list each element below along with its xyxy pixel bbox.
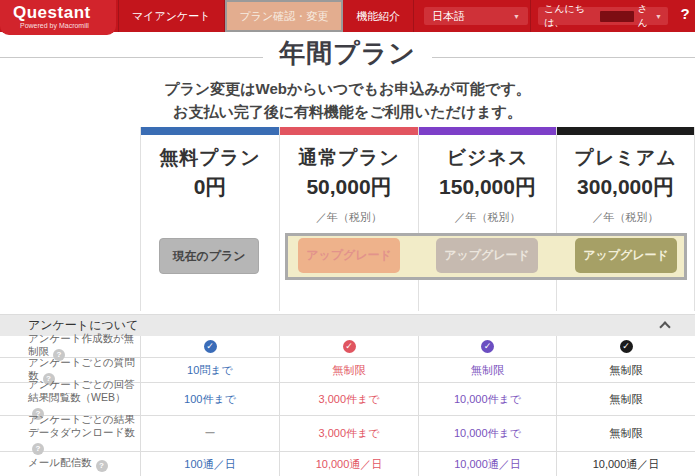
feature-table: アンケート作成数が無制限? ✓ ✓ ✓ ✓ アンケートごとの質問数? 10問まで… xyxy=(0,336,695,476)
cell-standard: 無制限 xyxy=(279,358,418,382)
nav-item-plan-change[interactable]: プラン確認・変更 xyxy=(225,0,344,32)
cell-business: 10,000通／日 xyxy=(418,452,556,476)
table-row: メール配信数? 100通／日 10,000通／日 10,000通／日 10,00… xyxy=(0,452,695,476)
cell-standard: 10,000通／日 xyxy=(279,452,418,476)
section-title: アンケートについて xyxy=(28,318,138,332)
cell-standard: 3,000件まで xyxy=(279,416,418,451)
upgrade-button-standard[interactable]: アップグレード xyxy=(298,238,400,273)
plan-page: マイアンケート プラン確認・変更 機能紹介 アドホック申込み 日本語 ▼ こんに… xyxy=(0,0,695,476)
cell-premium: 10,000通／日 xyxy=(556,452,695,476)
current-plan-button[interactable]: 現在のプラン xyxy=(159,238,259,274)
plan-name: ビジネス xyxy=(419,145,556,171)
upgrade-button-premium[interactable]: アップグレード xyxy=(575,238,677,273)
language-label: 日本語 xyxy=(432,9,465,24)
check-icon: ✓ xyxy=(343,340,356,353)
plan-price-unit: ／年（税別） xyxy=(557,210,694,225)
logo[interactable]: Questant Powered by Macromill xyxy=(0,0,116,35)
cell-standard: 3,000件まで xyxy=(279,383,418,415)
cell-standard: ✓ xyxy=(279,336,418,357)
cell-business: 10,000件まで xyxy=(418,416,556,451)
nav-item-my-survey[interactable]: マイアンケート xyxy=(118,0,225,32)
question-help-icon[interactable]: ? xyxy=(32,443,44,455)
help-icon[interactable]: ? xyxy=(676,5,694,25)
nav-item-features[interactable]: 機能紹介 xyxy=(343,0,414,32)
cell-free: ✓ xyxy=(140,336,279,357)
plan-price: 150,000円 xyxy=(419,173,556,201)
brand-tagline: Powered by Macromill xyxy=(20,22,89,29)
page-title: 年間プラン xyxy=(0,36,695,71)
cell-premium: ✓ xyxy=(556,336,695,357)
plan-name: 無料プラン xyxy=(141,145,279,171)
plan-color-bar xyxy=(280,127,418,135)
plan-price: 0円 xyxy=(141,173,279,201)
cell-premium: 無制限 xyxy=(556,383,695,415)
question-help-icon[interactable]: ? xyxy=(96,460,108,472)
table-row: アンケートごとの結果データダウンロード数? ー 3,000件まで 10,000件… xyxy=(0,416,695,452)
greeting-prefix: こんにちは、 xyxy=(544,2,597,30)
language-selector[interactable]: 日本語 ▼ xyxy=(424,7,528,25)
cell-premium: 無制限 xyxy=(556,358,695,382)
plan-name: プレミアム xyxy=(557,145,694,171)
chevron-up-icon[interactable] xyxy=(659,321,670,332)
plan-card-free: 無料プラン 0円 xyxy=(140,127,279,311)
plan-card-standard: 通常プラン 50,000円 ／年（税別） 詳しくはこちら xyxy=(279,127,418,311)
subtitle-line2: お支払い完了後に有料機能をご利用いただけます。 xyxy=(0,103,695,122)
check-icon: ✓ xyxy=(481,340,494,353)
username-redacted xyxy=(600,11,635,22)
table-row: アンケートごとの回答結果閲覧数（WEB）? 100件まで 3,000件まで 10… xyxy=(0,383,695,416)
plan-price-unit: ／年（税別） xyxy=(280,210,418,225)
chevron-down-icon: ▼ xyxy=(513,13,520,20)
plan-name: 通常プラン xyxy=(280,145,418,171)
cell-free: 100件まで xyxy=(140,383,279,415)
plan-color-bar xyxy=(141,127,279,135)
cell-free: 10問まで xyxy=(140,358,279,382)
plan-price: 300,000円 xyxy=(557,173,694,201)
plan-price: 50,000円 xyxy=(280,173,418,201)
chevron-down-icon: ▼ xyxy=(655,13,662,20)
user-menu[interactable]: こんにちは、 さん ▼ xyxy=(538,7,668,25)
cell-free: ー xyxy=(140,416,279,451)
row-label: メール配信数? xyxy=(0,456,140,472)
plan-color-bar xyxy=(419,127,556,135)
cell-business: ✓ xyxy=(418,336,556,357)
row-label: アンケートごとの結果データダウンロード数? xyxy=(0,413,140,455)
plan-card-business: ビジネス 150,000円 ／年（税別） 詳しくはこちら xyxy=(418,127,556,311)
cell-premium: 無制限 xyxy=(556,416,695,451)
greeting-suffix: さん xyxy=(637,2,655,30)
plan-color-bar xyxy=(557,127,694,135)
cell-business: 無制限 xyxy=(418,358,556,382)
cell-free: 100通／日 xyxy=(140,452,279,476)
plan-price-unit: ／年（税別） xyxy=(419,210,556,225)
brand-name: Questant xyxy=(13,3,91,23)
check-icon: ✓ xyxy=(620,340,633,353)
upgrade-button-business[interactable]: アップグレード xyxy=(436,238,538,273)
check-icon: ✓ xyxy=(204,340,217,353)
plan-card-premium: プレミアム 300,000円 ／年（税別） 詳しくはこちら xyxy=(556,127,695,311)
cell-business: 10,000件まで xyxy=(418,383,556,415)
subtitle-line1: プラン変更はWebからいつでもお申込みが可能です。 xyxy=(0,80,695,99)
